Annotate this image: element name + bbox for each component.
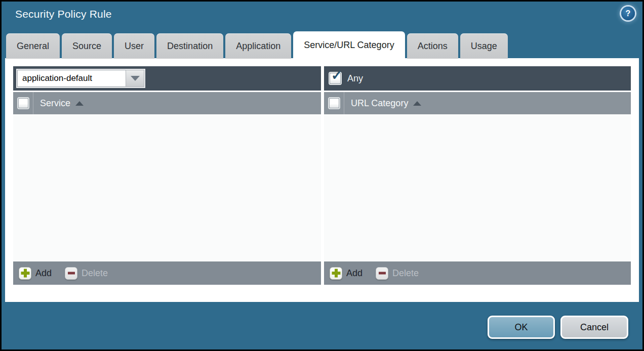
sort-ascending-icon xyxy=(413,101,421,106)
ok-button[interactable]: OK xyxy=(488,316,555,339)
service-panel-toolbar xyxy=(13,66,321,91)
plus-icon xyxy=(19,267,31,280)
service-select-all-cell xyxy=(13,92,33,114)
plus-icon xyxy=(330,267,342,280)
url-category-delete-label: Delete xyxy=(392,268,419,279)
url-category-toolbar: ✓ Any xyxy=(324,66,631,91)
url-category-select-all-checkbox[interactable] xyxy=(329,98,339,108)
tab-bar: General Source User Destination Applicat… xyxy=(6,31,508,59)
cancel-button[interactable]: Cancel xyxy=(560,316,628,339)
chevron-down-icon xyxy=(131,76,140,81)
tab-general[interactable]: General xyxy=(6,33,60,59)
tab-source[interactable]: Source xyxy=(62,33,112,59)
url-category-column-header[interactable]: URL Category xyxy=(344,92,421,114)
service-table-header: Service xyxy=(13,92,321,114)
url-category-add-label: Add xyxy=(346,268,363,279)
help-icon-glyph: ? xyxy=(626,9,631,18)
service-type-dropdown-button[interactable] xyxy=(126,70,144,87)
service-add-button[interactable]: Add xyxy=(19,267,52,280)
tab-service-url-category[interactable]: Service/URL Category xyxy=(293,31,405,59)
tab-application[interactable]: Application xyxy=(225,33,291,59)
service-delete-button[interactable]: Delete xyxy=(65,267,108,280)
service-type-input[interactable] xyxy=(17,70,126,87)
service-panel-footer: Add Delete xyxy=(13,261,321,285)
checkmark-icon: ✓ xyxy=(331,69,342,82)
url-category-column-label: URL Category xyxy=(351,98,408,109)
service-select-all-checkbox[interactable] xyxy=(18,98,28,108)
url-category-select-all-cell xyxy=(324,92,344,114)
any-checkbox-label: Any xyxy=(347,73,363,84)
url-category-panel: ✓ Any URL Category Add xyxy=(324,66,631,285)
url-category-list-body xyxy=(324,114,631,261)
service-column-label: Service xyxy=(40,98,70,109)
service-list-body xyxy=(13,114,321,261)
help-icon[interactable]: ? xyxy=(621,7,635,20)
minus-icon xyxy=(376,267,388,280)
minus-icon xyxy=(65,267,77,280)
tab-user[interactable]: User xyxy=(114,33,154,59)
url-category-add-button[interactable]: Add xyxy=(330,267,363,280)
service-panel: Service Add Delete xyxy=(13,66,321,285)
tab-destination[interactable]: Destination xyxy=(156,33,223,59)
service-add-label: Add xyxy=(35,268,52,279)
url-category-table-header: URL Category xyxy=(324,92,631,114)
tab-actions[interactable]: Actions xyxy=(407,33,458,59)
url-category-panel-footer: Add Delete xyxy=(324,261,631,285)
service-type-dropdown xyxy=(17,70,144,87)
service-delete-label: Delete xyxy=(82,268,108,279)
any-checkbox-row: ✓ Any xyxy=(328,73,363,84)
security-policy-rule-dialog: Security Policy Rule ? General Source Us… xyxy=(0,0,644,351)
any-checkbox[interactable]: ✓ xyxy=(330,73,341,84)
dialog-title: Security Policy Rule xyxy=(15,8,112,20)
tab-usage[interactable]: Usage xyxy=(460,33,508,59)
service-column-header[interactable]: Service xyxy=(33,92,84,114)
sort-ascending-icon xyxy=(75,101,84,106)
tab-content-service-url-category: Service Add Delete xyxy=(5,58,639,302)
url-category-delete-button[interactable]: Delete xyxy=(376,267,419,280)
